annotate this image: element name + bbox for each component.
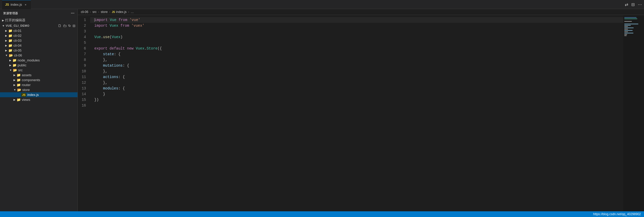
folder-label: cli-05	[13, 48, 22, 52]
refresh-icon[interactable]: ↻	[68, 24, 71, 28]
split-editor-icon[interactable]: ⇄	[625, 2, 628, 7]
folder-label: node_modules	[18, 58, 40, 62]
sidebar-item-cli-04[interactable]: ▶ 📁 cli-04	[0, 43, 77, 48]
breadcrumb-sep: ›	[98, 10, 99, 14]
folder-open-icon: 📂	[17, 88, 21, 92]
folder-label: router	[22, 83, 31, 87]
folder-icon: 📁	[17, 73, 21, 77]
chevron-right-icon: ▶	[13, 79, 16, 81]
code-line-12: },	[90, 80, 623, 86]
sidebar-item-cli-02[interactable]: ▶ 📁 cli-02	[0, 33, 77, 38]
folder-open-icon: 📂	[9, 53, 13, 57]
sidebar-header-icons: ⋯	[71, 11, 75, 15]
sidebar-item-index-js[interactable]: JS index.js	[0, 92, 77, 97]
new-folder-icon[interactable]: 🗀	[63, 24, 67, 28]
sidebar-item-components[interactable]: ▶ 📁 components	[0, 78, 77, 82]
breadcrumb-sep: ›	[109, 10, 110, 14]
editor-top-right-actions: ⇄ ⊟ ⋯	[625, 2, 642, 7]
breadcrumb-sep: ›	[128, 10, 129, 14]
status-url: https://blog.csdn.net/qq_40298902	[593, 212, 641, 216]
breadcrumb-src: src	[93, 10, 97, 14]
folder-label: views	[22, 98, 30, 102]
folder-label: store	[22, 88, 30, 92]
code-content[interactable]: import Vue from 'vue' import Vuex from '…	[90, 15, 623, 211]
folder-icon: 📁	[8, 44, 12, 47]
status-bar: https://blog.csdn.net/qq_40298902	[0, 211, 644, 217]
code-line-2: import Vuex from 'vuex'	[90, 23, 623, 29]
sidebar-item-views[interactable]: ▶ 📁 views	[0, 97, 77, 102]
open-editors-section[interactable]: ▶ 打开的编辑器	[0, 17, 77, 23]
sidebar-item-cli-01[interactable]: ▶ 📁 cli-01	[0, 28, 77, 33]
sidebar-item-node-modules[interactable]: ▶ 📁 node_modules	[0, 58, 77, 63]
folder-label: cli-04	[13, 44, 22, 47]
tab-close-button[interactable]: ×	[24, 3, 28, 7]
js-file-icon: JS	[21, 93, 26, 97]
sidebar-item-store[interactable]: ▼ 📂 store	[0, 87, 77, 92]
folder-open-icon: 📂	[13, 68, 17, 72]
sidebar-item-router[interactable]: ▶ 📁 router	[0, 82, 77, 87]
code-line-5	[90, 40, 623, 46]
js-file-icon: JS	[5, 3, 9, 6]
code-line-15: })	[90, 97, 623, 103]
sidebar-item-cli-05[interactable]: ▶ 📁 cli-05	[0, 48, 77, 53]
chevron-right-icon: ▶	[13, 83, 16, 86]
minimap	[623, 15, 644, 211]
code-editor[interactable]: 1 2 3 4 5 6 7 8 9 10 11 12 13 14 15 16 i…	[78, 15, 644, 211]
chevron-right-icon: ▶	[9, 64, 11, 67]
tab-index-js[interactable]: JS index.js ×	[2, 0, 31, 9]
folder-icon: 📁	[17, 78, 21, 82]
folder-label: cli-06	[14, 53, 22, 57]
sidebar: 资源管理器 ⋯ ▶ 打开的编辑器 ▼ VUE_CLI_DEMO 🗋 🗀 ↻ ⊟	[0, 9, 78, 211]
breadcrumb-sep: ›	[90, 10, 91, 14]
folder-icon: 📁	[8, 39, 12, 43]
folder-label: cli-01	[13, 29, 22, 33]
code-line-8: },	[90, 57, 623, 63]
chevron-right-icon: ▶	[5, 39, 7, 42]
sidebar-item-src[interactable]: ▼ 📂 src	[0, 68, 77, 73]
chevron-right-icon: ▶	[9, 59, 11, 62]
tab-label: index.js	[11, 3, 22, 6]
chevron-down-icon: ▼	[9, 69, 12, 72]
breadcrumb-ellipsis: …	[131, 10, 134, 14]
chevron-right-icon: ▶	[5, 49, 7, 52]
sidebar-item-assets[interactable]: ▶ 📁 assets	[0, 73, 77, 78]
collapse-all-icon[interactable]: ⊟	[73, 24, 75, 28]
code-line-11: actions: {	[90, 74, 623, 80]
explorer-title: 资源管理器	[3, 11, 18, 15]
chevron-right-icon: ▶	[5, 44, 7, 47]
chevron-down-icon: ▼	[5, 54, 8, 57]
more-icon[interactable]: ⋯	[71, 11, 75, 15]
breadcrumb-store: store	[101, 10, 108, 14]
breadcrumb: cli-06 › src › store › JS index.js › …	[78, 9, 644, 15]
tab-bar: JS index.js × ⇄ ⊟ ⋯	[0, 0, 644, 9]
sidebar-item-public[interactable]: ▶ 📁 public	[0, 63, 77, 68]
chevron-down-icon: ▼	[13, 88, 16, 91]
line-numbers: 1 2 3 4 5 6 7 8 9 10 11 12 13 14 15 16	[78, 15, 90, 211]
folder-icon: 📁	[12, 63, 17, 67]
code-line-13: modules: {	[90, 86, 623, 91]
folder-label: public	[18, 63, 26, 67]
sidebar-item-cli-06[interactable]: ▼ 📂 cli-06	[0, 53, 77, 58]
file-label: index.js	[27, 93, 39, 97]
main-area: 资源管理器 ⋯ ▶ 打开的编辑器 ▼ VUE_CLI_DEMO 🗋 🗀 ↻ ⊟	[0, 9, 644, 211]
new-file-icon[interactable]: 🗋	[58, 24, 61, 28]
chevron-right-icon: ▶	[5, 34, 7, 37]
chevron-right-icon: ▶	[5, 29, 7, 32]
folder-icon: 📁	[17, 83, 21, 87]
sidebar-item-cli-03[interactable]: ▶ 📁 cli-03	[0, 38, 77, 43]
chevron-right-icon: ▶	[13, 74, 16, 76]
more-actions-icon[interactable]: ⋯	[638, 2, 642, 7]
folder-icon: 📁	[17, 98, 21, 102]
toggle-panel-icon[interactable]: ⊟	[631, 2, 635, 7]
code-line-16	[90, 103, 623, 108]
folder-icon: 📁	[8, 34, 12, 38]
root-folder[interactable]: ▼ VUE_CLI_DEMO 🗋 🗀 ↻ ⊟	[0, 23, 77, 28]
code-line-9: mutations: {	[90, 63, 623, 68]
folder-label: assets	[22, 73, 32, 77]
open-editors-label: 打开的编辑器	[5, 18, 25, 23]
folder-label: src	[18, 68, 23, 72]
breadcrumb-indexjs: index.js	[116, 10, 127, 14]
chevron-right-icon: ▶	[13, 98, 16, 101]
folder-icon: 📁	[8, 29, 12, 33]
chevron-right-icon: ▶	[2, 19, 4, 22]
